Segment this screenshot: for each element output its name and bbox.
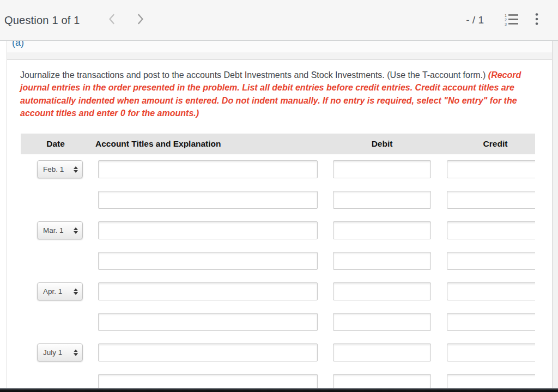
instruction-paragraph: Journalize the transactions and post to …	[20, 69, 533, 120]
numbered-list-icon: 1 2 3	[505, 13, 519, 28]
header-credit: Credit	[457, 134, 533, 154]
journal-row: July 1	[21, 343, 535, 361]
date-select[interactable]: Feb. 1	[37, 160, 83, 178]
credit-amount-input[interactable]	[447, 160, 535, 178]
next-question-button[interactable]	[131, 9, 151, 31]
part-a-link[interactable]: (a)	[12, 41, 24, 49]
question-title: Question 1 of 1	[4, 14, 80, 27]
svg-text:2: 2	[505, 18, 507, 22]
account-title-input[interactable]	[98, 313, 318, 331]
credit-amount-input[interactable]	[447, 313, 535, 331]
window-bottom-edge	[0, 388, 558, 392]
section-divider	[7, 52, 552, 60]
select-spinner-icon	[74, 288, 78, 295]
more-options-button[interactable]	[529, 12, 545, 28]
kebab-menu-icon	[535, 13, 538, 28]
date-select[interactable]: Apr. 1	[37, 282, 83, 300]
svg-text:1: 1	[505, 14, 507, 17]
chevron-left-icon	[108, 14, 115, 27]
credit-amount-input[interactable]	[447, 282, 535, 300]
account-title-input[interactable]	[98, 374, 318, 389]
credit-amount-input[interactable]	[447, 191, 535, 209]
journal-entry-table: Date Account Titles and Explanation Debi…	[21, 134, 535, 389]
question-list-button[interactable]: 1 2 3	[504, 12, 520, 28]
journal-row: Mar. 1	[21, 221, 535, 239]
journal-row: Feb. 1	[21, 160, 535, 178]
chevron-right-icon	[137, 14, 144, 27]
select-spinner-icon	[74, 349, 78, 356]
date-select-value: Mar. 1	[43, 226, 74, 234]
header-debit: Debit	[344, 134, 420, 154]
journal-row	[21, 374, 535, 389]
credit-amount-input[interactable]	[447, 221, 535, 239]
score-indicator: - / 1	[466, 14, 484, 26]
previous-question-button[interactable]	[102, 9, 122, 31]
debit-amount-input[interactable]	[333, 221, 431, 239]
debit-amount-input[interactable]	[333, 191, 431, 209]
debit-amount-input[interactable]	[333, 160, 431, 178]
header-date: Date	[21, 134, 90, 154]
debit-amount-input[interactable]	[333, 313, 431, 331]
select-spinner-icon	[74, 227, 78, 234]
table-header-row: Date Account Titles and Explanation Debi…	[21, 134, 535, 154]
debit-amount-input[interactable]	[333, 343, 431, 361]
journal-row	[21, 313, 535, 331]
card-left-border	[7, 41, 7, 388]
date-select[interactable]: July 1	[37, 343, 83, 361]
select-spinner-icon	[74, 166, 78, 173]
account-title-input[interactable]	[98, 191, 318, 209]
date-select-value: July 1	[43, 348, 74, 357]
credit-amount-input[interactable]	[447, 374, 535, 389]
account-title-input[interactable]	[98, 160, 318, 178]
vertical-scrollbar[interactable]	[552, 41, 558, 392]
date-select-value: Apr. 1	[43, 287, 74, 295]
journal-row: Apr. 1	[21, 282, 535, 300]
account-title-input[interactable]	[98, 343, 318, 361]
debit-amount-input[interactable]	[333, 282, 431, 300]
date-select[interactable]: Mar. 1	[37, 221, 83, 239]
debit-amount-input[interactable]	[333, 252, 431, 270]
part-header: (a)	[7, 41, 552, 52]
journal-row	[21, 252, 535, 270]
question-topbar: Question 1 of 1 - / 1 1 2 3	[0, 0, 558, 41]
account-title-input[interactable]	[98, 252, 318, 270]
account-title-input[interactable]	[98, 221, 318, 239]
account-title-input[interactable]	[98, 282, 318, 300]
instruction-text: Journalize the transactions and post to …	[20, 70, 488, 80]
credit-amount-input[interactable]	[447, 252, 535, 270]
journal-row	[21, 191, 535, 209]
svg-text:3: 3	[505, 22, 507, 26]
debit-amount-input[interactable]	[333, 374, 431, 389]
date-select-value: Feb. 1	[43, 165, 74, 173]
header-account: Account Titles and Explanation	[95, 134, 221, 154]
credit-amount-input[interactable]	[447, 343, 535, 361]
